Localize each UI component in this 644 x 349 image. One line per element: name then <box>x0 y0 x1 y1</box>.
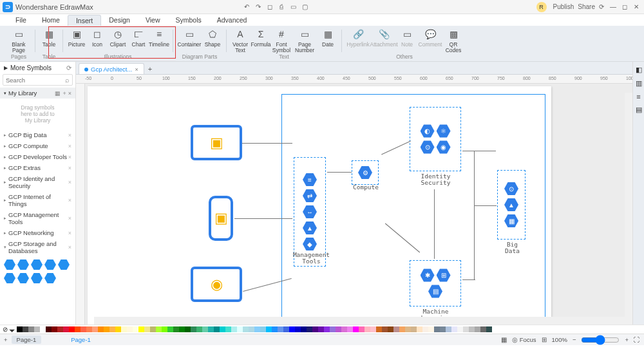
color-swatch[interactable] <box>220 326 225 332</box>
attachment-button[interactable]: 📎Attachment <box>371 27 397 48</box>
color-swatch[interactable] <box>411 326 417 332</box>
color-swatch[interactable] <box>144 326 150 332</box>
color-swatch[interactable] <box>173 326 179 332</box>
color-swatch[interactable] <box>388 326 393 332</box>
identity-node[interactable]: ◐⚛⊙◉ <box>410 107 461 171</box>
note-button[interactable]: ▭Note <box>397 27 417 48</box>
zoom-slider[interactable] <box>581 335 620 345</box>
color-swatch[interactable] <box>336 326 341 332</box>
color-swatch[interactable] <box>63 326 69 332</box>
palette-shape[interactable] <box>44 272 56 284</box>
phone-device[interactable]: ▣ <box>209 196 233 241</box>
sidebar-cat[interactable]: ▸GCP Extras× <box>0 162 75 173</box>
focus-button[interactable]: ◎ Focus <box>512 336 536 343</box>
compute-node[interactable]: ⚙ <box>352 160 379 185</box>
color-swatch[interactable] <box>272 326 278 332</box>
style-panel-icon[interactable]: ◧ <box>636 66 642 74</box>
color-swatch[interactable] <box>359 326 365 332</box>
vector-text-button[interactable]: AVector Text <box>230 27 251 53</box>
palette-shape[interactable] <box>4 272 15 284</box>
color-swatch[interactable] <box>341 326 347 332</box>
grid-icon[interactable]: ▦ <box>55 90 61 97</box>
color-swatch[interactable] <box>475 326 480 332</box>
color-swatch[interactable] <box>214 326 220 332</box>
color-swatch[interactable] <box>202 326 208 332</box>
color-swatch[interactable] <box>440 326 446 332</box>
qr-button[interactable]: ▩QR Codes <box>443 27 464 53</box>
color-swatch[interactable] <box>179 326 185 332</box>
color-swatch[interactable] <box>115 326 121 332</box>
color-swatch[interactable] <box>75 326 80 332</box>
palette-shape[interactable] <box>4 259 15 270</box>
color-swatch[interactable] <box>405 326 411 332</box>
shape-button[interactable]: ⬠Shape <box>202 27 223 48</box>
table-button[interactable]: ▦Table <box>39 27 59 48</box>
color-swatch[interactable] <box>260 326 266 332</box>
color-swatch[interactable] <box>80 326 86 332</box>
box-icon[interactable]: ◻ <box>265 2 275 12</box>
color-swatch[interactable] <box>40 326 46 332</box>
sidebar-cat[interactable]: ▸GCP Compute× <box>0 140 75 151</box>
drop-zone[interactable]: Drag symbols here to add to My Library <box>3 101 73 127</box>
color-swatch[interactable] <box>457 326 463 332</box>
clipart-button[interactable]: ◷Clipart <box>108 27 128 48</box>
menu-symbols[interactable]: Symbols <box>167 15 209 25</box>
color-swatch[interactable] <box>86 326 92 332</box>
layers-panel-icon[interactable]: ▤ <box>636 106 642 114</box>
formula-button[interactable]: ΣFormula <box>251 27 271 48</box>
dropdown-icon[interactable]: ◢ <box>9 326 16 333</box>
search-icon[interactable]: ⌕ <box>65 76 70 84</box>
color-swatch[interactable] <box>138 326 144 332</box>
new-tab-button[interactable]: + <box>144 64 156 74</box>
color-swatch[interactable] <box>382 326 388 332</box>
nofill-icon[interactable]: ⊘ <box>3 326 8 333</box>
color-swatch[interactable] <box>28 326 34 332</box>
publish-link[interactable]: Publish <box>553 3 574 10</box>
fill-panel-icon[interactable]: ▥ <box>636 79 642 88</box>
color-swatch[interactable] <box>376 326 382 332</box>
minimize-icon[interactable]: — <box>608 2 618 12</box>
color-swatch[interactable] <box>399 326 405 332</box>
icon-button[interactable]: ◻Icon <box>87 27 108 48</box>
tablet-device-2[interactable]: ◉ <box>191 267 242 302</box>
color-swatch[interactable] <box>278 326 283 332</box>
color-swatch[interactable] <box>486 326 492 332</box>
color-swatch[interactable] <box>225 326 231 332</box>
color-swatch[interactable] <box>301 326 307 332</box>
color-swatch[interactable] <box>167 326 173 332</box>
grid-toggle-icon[interactable]: ▦ <box>501 336 507 343</box>
sidebar-cat[interactable]: ▸GCP Internet of Things× <box>0 191 75 209</box>
palette-shape[interactable] <box>58 259 70 270</box>
ml-node[interactable]: ✱⊞▤ <box>410 260 461 307</box>
color-swatch[interactable] <box>446 326 451 332</box>
color-swatch[interactable] <box>393 326 399 332</box>
my-library-label[interactable]: My Library <box>8 90 37 97</box>
date-button[interactable]: ▦Date <box>317 27 338 48</box>
color-swatch[interactable] <box>370 326 376 332</box>
color-swatch[interactable] <box>156 326 162 332</box>
user-avatar[interactable]: R <box>536 2 547 12</box>
color-swatch[interactable] <box>254 326 260 332</box>
container-button[interactable]: ▭Container <box>176 27 202 48</box>
color-swatch[interactable] <box>133 326 138 332</box>
color-swatch[interactable] <box>46 326 52 332</box>
color-swatch[interactable] <box>23 326 28 332</box>
color-swatch[interactable] <box>150 326 156 332</box>
page[interactable]: ▣ ▣ ◉ ≡⇄↔▲◆ Management Tools ⚙ Compute ◐… <box>88 86 551 325</box>
color-swatch[interactable] <box>307 326 312 332</box>
save-icon[interactable]: ▢ <box>299 2 310 12</box>
color-swatch[interactable] <box>231 326 237 332</box>
fullscreen-icon[interactable]: ⛶ <box>634 336 640 343</box>
color-swatch[interactable] <box>185 326 191 332</box>
color-swatch[interactable] <box>451 326 457 332</box>
color-swatch[interactable] <box>92 326 98 332</box>
color-swatch[interactable] <box>434 326 440 332</box>
sidebar-cat[interactable]: ▸GCP Networking× <box>0 227 75 238</box>
color-swatch[interactable] <box>69 326 75 332</box>
redo-icon[interactable]: ↷ <box>253 2 263 12</box>
color-swatch[interactable] <box>191 326 196 332</box>
document-tab[interactable]: Gcp Architect... × <box>79 63 144 74</box>
sync-icon[interactable]: ⟳ <box>599 3 604 10</box>
bigdata-node[interactable]: ⊙▲▦ <box>497 170 526 240</box>
color-swatch[interactable] <box>243 326 249 332</box>
